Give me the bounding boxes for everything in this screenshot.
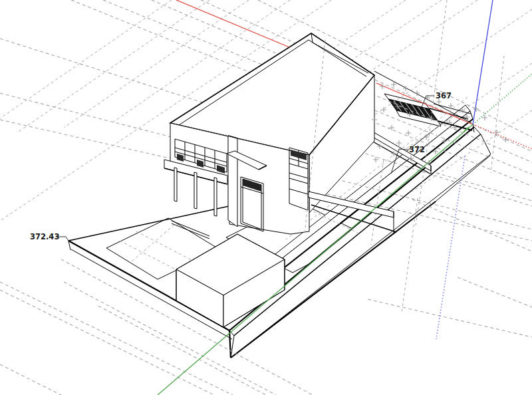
- column-2: [194, 172, 197, 209]
- entry-fin-wall: [228, 136, 237, 227]
- label-372-43[interactable]: 372.43: [30, 232, 59, 241]
- step-edge-b: [172, 223, 209, 239]
- label-367[interactable]: 367: [436, 91, 452, 100]
- step-edge-a: [172, 221, 209, 236]
- column-1: [174, 168, 177, 201]
- label-372[interactable]: 372: [409, 145, 425, 154]
- column-3: [214, 178, 217, 216]
- model-canvas[interactable]: 367 372 372.43: [0, 0, 532, 395]
- model-viewport[interactable]: 367 372 372.43: [0, 0, 532, 395]
- curb-corner-vertical: [229, 330, 231, 358]
- blue-axis: [473, 0, 493, 124]
- red-axis-upper: [176, 0, 289, 47]
